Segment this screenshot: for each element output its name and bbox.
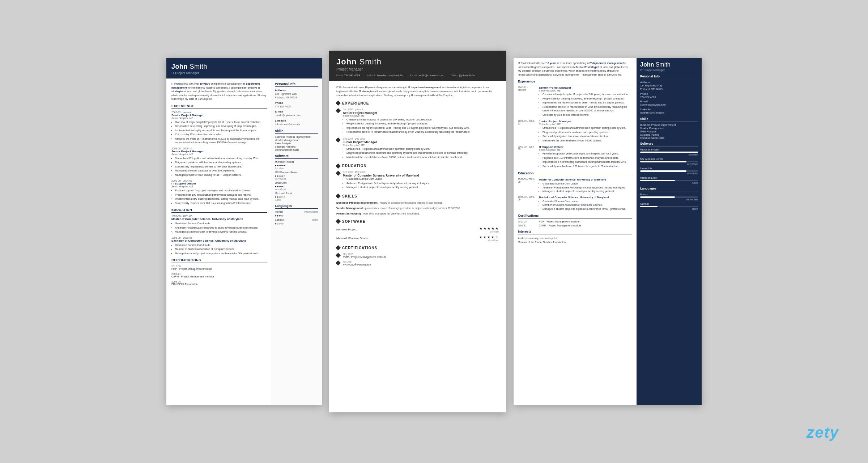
resume1-edu-section: Education [171, 208, 267, 213]
diamond-icon-sw [336, 219, 341, 224]
resume1-intro: IT Professional with over 10 years of ex… [171, 82, 267, 101]
resume3-sb-skills-title: Skills [640, 117, 698, 122]
resume1-edu-1: 1999-09 - 2001-05 Master of Computer Sci… [171, 215, 267, 234]
resume2-skills-section: SKILLS Business Process Improvement - hi… [336, 194, 499, 215]
resume3-sb-name: John Smith [640, 61, 698, 68]
page-container: John Smith IT Project Manager IT Profess… [0, 0, 868, 463]
resume2-title: Project Manager [336, 67, 499, 71]
resume1-sb-software: Software [275, 154, 318, 159]
resume3-sw-2: MS Windows Server Very Good [640, 158, 698, 165]
resume3-sb-personalinfo-title: Personal Info [640, 75, 698, 79]
resume3-interests-text: Avid cross country skier and cyclist. Me… [518, 236, 632, 244]
zety-watermark: zety [807, 424, 839, 441]
resume1-cert-1: 2010-05 PMP - Project Management Institu… [171, 265, 267, 270]
resume2-header: John Smith Project Manager Phone 774-987… [329, 51, 506, 81]
resume1-name: John Smith [171, 63, 317, 71]
resume1-sb-personalinfo: Personal Info [275, 82, 318, 87]
diamond-icon [336, 101, 341, 106]
resume3-sb-header: John Smith IT Project Manager [640, 61, 698, 72]
resume2-software-section: SOFTWARE Microsoft Project ★★★★★ Excelle… [336, 220, 499, 242]
resume2-exp-2: Sep 2004 - Dec 2006 Junior Project Manag… [336, 137, 499, 160]
resume3-edu-1: 1999-09 - 2001-05 Master of Computer Sci… [518, 178, 632, 194]
resume1-cert-2: 2007-11 CAPM - Project Management Instit… [171, 273, 267, 278]
resume3-interests-section: Interests [518, 230, 632, 234]
resume3-cert-section: Certifications [518, 214, 632, 218]
resume3-sb-languages-title: Languages [640, 187, 698, 191]
resume2-cert-1: May 2015 PMP - Project Management Instit… [336, 253, 499, 259]
resume-2: John Smith Project Manager Phone 774-987… [329, 51, 506, 412]
resume1-title: IT Project Manager [171, 71, 317, 75]
resume2-edu-1: Sep 1996 - May 2001 Master of Computer S… [336, 171, 499, 190]
resume-1: John Smith IT Project Manager IT Profess… [166, 58, 322, 405]
resume3-exp-section: Experience [518, 80, 632, 84]
resume1-sidebar: Personal Info Address 134 Rightward WayP… [271, 78, 322, 405]
resume1-exp-section: Experience [171, 104, 267, 109]
resume3-sb-software-title: Software [640, 142, 698, 146]
resume3-lang-1: French Intermediate [640, 193, 698, 201]
resume2-exp-1: Dec 2006 - present Senior Project Manage… [336, 108, 499, 135]
resume2-cert-section: CERTIFICATIONS May 2015 PMP - Project Ma… [336, 246, 499, 266]
resume1-main: IT Professional with over 10 years of ex… [166, 78, 271, 405]
diamond-icon-skills [336, 194, 341, 199]
resume1-cert-3: 2003-04 PRINCE2® Foundation [171, 280, 267, 285]
resume3-sw-4: Microsoft Excel Good [640, 177, 698, 184]
resume1-exp-1: 2006-12 - present Senior Project Manager… [171, 111, 267, 145]
resume2-body: IT Professional with over 10 years of ex… [329, 81, 506, 275]
resume1-header: John Smith IT Project Manager [166, 58, 322, 78]
resume2-edu-section: EDUCATION Sep 1996 - May 2001 Master of … [336, 164, 499, 190]
resume1-exp-2: 2004-09 - 2006-12 Junior Project Manager… [171, 147, 267, 177]
resume1-body: IT Professional with over 10 years of ex… [166, 78, 322, 405]
resume3-exp-1: 2005-12 - present Senior Project Manager… [518, 86, 632, 117]
resume1-sb-languages: Languages [275, 204, 318, 209]
resume1-edu-2: 1996-09 - 1999-06 Bachelor of Computer S… [171, 237, 267, 256]
resume3-sw-3: Linux/Unix Very Good [640, 167, 698, 175]
resume3-edu-2: 1996-09 - 1999-06 Bachelor of Computer S… [518, 196, 632, 211]
resume1-cert-section: Certifications [171, 258, 267, 263]
resume3-main: IT Professional with over 10 years of ex… [514, 58, 637, 405]
resume3-exp-3: 2002-08 - 2004-09 IT Support Officer Set… [518, 145, 632, 169]
resume3-exp-2: 2004-09 - 2006-12 Junior Project Manager… [518, 120, 632, 143]
resume3-cert-2: 2007-31 CAPM - Project Management Instit… [518, 224, 632, 227]
resume3-lang-2: German Basic [640, 203, 698, 210]
resume3-intro: IT Professional with over 10 years of ex… [518, 61, 632, 77]
resume2-exp-section: EXPERIENCE Dec 2006 - present Senior Pro… [336, 101, 499, 160]
diamond-icon-cert [336, 245, 341, 250]
resume2-name: John Smith [336, 57, 499, 67]
resume2-contacts: Phone 774-987-4009 LinkedIn linkedin.com… [336, 74, 499, 77]
resume3-cert-1: 2010-05 PMP - Project Management Institu… [518, 220, 632, 223]
resume3-sb-title: IT Project Manager [640, 68, 698, 72]
resume2-intro: IT Professional with over 10 years of ex… [336, 85, 499, 98]
resume3-sidebar: John Smith IT Project Manager Personal I… [637, 58, 702, 405]
resume1-sb-skills: Skills [275, 129, 318, 134]
resume-3: IT Professional with over 10 years of ex… [514, 58, 702, 405]
resume1-exp-3: 2002-08 - 2004-09 IT Support Officer Set… [171, 179, 267, 205]
resume2-cert-2: Apr 2014 PRINCE2® Foundation [336, 260, 499, 266]
resume3-sw-1: Microsoft Project Excellent [640, 148, 698, 156]
resume3-edu-section: Education [518, 171, 632, 176]
diamond-icon-edu [336, 163, 341, 168]
